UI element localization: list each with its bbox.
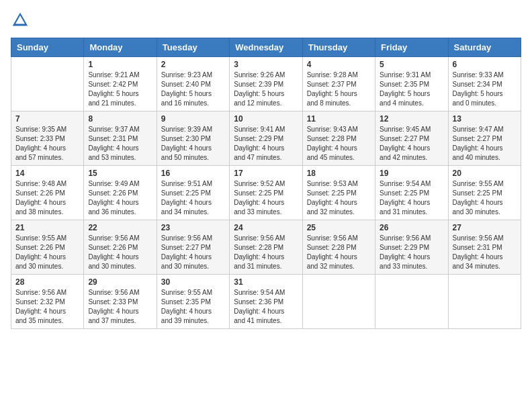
weekday-header-monday: Monday — [84, 38, 157, 57]
week-row-1: 1Sunrise: 9:21 AM Sunset: 2:42 PM Daylig… — [11, 57, 521, 111]
day-cell: 29Sunrise: 9:56 AM Sunset: 2:33 PM Dayli… — [84, 275, 157, 329]
day-cell: 20Sunrise: 9:55 AM Sunset: 2:25 PM Dayli… — [448, 166, 521, 220]
weekday-header-friday: Friday — [375, 38, 448, 57]
week-row-3: 14Sunrise: 9:48 AM Sunset: 2:26 PM Dayli… — [11, 166, 521, 220]
day-info: Sunrise: 9:55 AM Sunset: 2:26 PM Dayligh… — [15, 234, 79, 271]
day-cell: 14Sunrise: 9:48 AM Sunset: 2:26 PM Dayli… — [11, 166, 84, 220]
weekday-header-tuesday: Tuesday — [157, 38, 229, 57]
day-info: Sunrise: 9:31 AM Sunset: 2:35 PM Dayligh… — [380, 71, 443, 108]
day-number: 3 — [234, 60, 298, 69]
day-number: 24 — [234, 223, 298, 232]
day-info: Sunrise: 9:56 AM Sunset: 2:27 PM Dayligh… — [161, 234, 225, 271]
day-number: 28 — [15, 277, 79, 287]
day-cell: 1Sunrise: 9:21 AM Sunset: 2:42 PM Daylig… — [84, 57, 157, 111]
day-cell: 8Sunrise: 9:37 AM Sunset: 2:31 PM Daylig… — [84, 111, 157, 166]
day-number: 8 — [88, 114, 152, 124]
day-info: Sunrise: 9:26 AM Sunset: 2:39 PM Dayligh… — [234, 71, 298, 108]
day-cell: 9Sunrise: 9:39 AM Sunset: 2:30 PM Daylig… — [157, 111, 229, 166]
day-cell: 18Sunrise: 9:53 AM Sunset: 2:25 PM Dayli… — [302, 166, 375, 220]
day-cell: 25Sunrise: 9:56 AM Sunset: 2:28 PM Dayli… — [302, 220, 375, 275]
day-number: 21 — [15, 223, 79, 232]
day-info: Sunrise: 9:52 AM Sunset: 2:25 PM Dayligh… — [234, 179, 298, 217]
day-number: 13 — [453, 114, 517, 124]
day-info: Sunrise: 9:37 AM Sunset: 2:31 PM Dayligh… — [88, 125, 152, 163]
day-number: 16 — [161, 169, 225, 178]
day-info: Sunrise: 9:41 AM Sunset: 2:29 PM Dayligh… — [234, 125, 298, 163]
day-info: Sunrise: 9:56 AM Sunset: 2:33 PM Dayligh… — [88, 288, 152, 326]
day-info: Sunrise: 9:56 AM Sunset: 2:31 PM Dayligh… — [453, 234, 517, 271]
day-cell: 15Sunrise: 9:49 AM Sunset: 2:26 PM Dayli… — [84, 166, 157, 220]
week-row-2: 7Sunrise: 9:35 AM Sunset: 2:33 PM Daylig… — [11, 111, 521, 166]
day-cell: 28Sunrise: 9:56 AM Sunset: 2:32 PM Dayli… — [11, 275, 84, 329]
week-row-4: 21Sunrise: 9:55 AM Sunset: 2:26 PM Dayli… — [11, 220, 521, 275]
day-info: Sunrise: 9:28 AM Sunset: 2:37 PM Dayligh… — [307, 71, 371, 108]
day-info: Sunrise: 9:47 AM Sunset: 2:27 PM Dayligh… — [453, 125, 517, 163]
day-number: 7 — [15, 114, 79, 124]
day-number: 23 — [161, 223, 225, 232]
day-cell: 6Sunrise: 9:33 AM Sunset: 2:34 PM Daylig… — [448, 57, 521, 111]
day-cell: 11Sunrise: 9:43 AM Sunset: 2:28 PM Dayli… — [302, 111, 375, 166]
day-cell: 24Sunrise: 9:56 AM Sunset: 2:28 PM Dayli… — [230, 220, 302, 275]
day-cell — [375, 275, 448, 329]
day-info: Sunrise: 9:54 AM Sunset: 2:25 PM Dayligh… — [380, 179, 443, 217]
day-info: Sunrise: 9:55 AM Sunset: 2:35 PM Dayligh… — [161, 288, 225, 326]
weekday-header-sunday: Sunday — [11, 38, 84, 57]
day-info: Sunrise: 9:56 AM Sunset: 2:32 PM Dayligh… — [15, 288, 79, 326]
day-info: Sunrise: 9:53 AM Sunset: 2:25 PM Dayligh… — [307, 179, 371, 217]
week-row-5: 28Sunrise: 9:56 AM Sunset: 2:32 PM Dayli… — [11, 275, 521, 329]
day-cell: 16Sunrise: 9:51 AM Sunset: 2:25 PM Dayli… — [157, 166, 229, 220]
day-cell: 13Sunrise: 9:47 AM Sunset: 2:27 PM Dayli… — [448, 111, 521, 166]
day-cell: 31Sunrise: 9:54 AM Sunset: 2:36 PM Dayli… — [230, 275, 302, 329]
day-info: Sunrise: 9:49 AM Sunset: 2:26 PM Dayligh… — [88, 179, 152, 217]
day-cell: 3Sunrise: 9:26 AM Sunset: 2:39 PM Daylig… — [230, 57, 302, 111]
day-info: Sunrise: 9:21 AM Sunset: 2:42 PM Dayligh… — [88, 71, 152, 108]
day-number: 17 — [234, 169, 298, 178]
day-info: Sunrise: 9:35 AM Sunset: 2:33 PM Dayligh… — [15, 125, 79, 163]
day-info: Sunrise: 9:45 AM Sunset: 2:27 PM Dayligh… — [380, 125, 443, 163]
day-number: 11 — [307, 114, 371, 124]
day-cell — [448, 275, 521, 329]
day-number: 31 — [234, 277, 298, 287]
day-number: 26 — [380, 223, 443, 232]
day-number: 14 — [15, 169, 79, 178]
weekday-header-thursday: Thursday — [302, 38, 375, 57]
day-cell: 5Sunrise: 9:31 AM Sunset: 2:35 PM Daylig… — [375, 57, 448, 111]
day-number: 4 — [307, 60, 371, 69]
day-number: 19 — [380, 169, 443, 178]
day-number: 1 — [88, 60, 152, 69]
day-cell — [302, 275, 375, 329]
day-number: 22 — [88, 223, 152, 232]
day-number: 20 — [453, 169, 517, 178]
day-cell: 21Sunrise: 9:55 AM Sunset: 2:26 PM Dayli… — [11, 220, 84, 275]
logo — [11, 11, 32, 30]
day-info: Sunrise: 9:56 AM Sunset: 2:29 PM Dayligh… — [380, 234, 443, 271]
day-cell: 7Sunrise: 9:35 AM Sunset: 2:33 PM Daylig… — [11, 111, 84, 166]
day-number: 15 — [88, 169, 152, 178]
day-info: Sunrise: 9:23 AM Sunset: 2:40 PM Dayligh… — [161, 71, 225, 108]
day-info: Sunrise: 9:39 AM Sunset: 2:30 PM Dayligh… — [161, 125, 225, 163]
weekday-header-saturday: Saturday — [448, 38, 521, 57]
day-cell: 27Sunrise: 9:56 AM Sunset: 2:31 PM Dayli… — [448, 220, 521, 275]
day-number: 9 — [161, 114, 225, 124]
day-number: 10 — [234, 114, 298, 124]
header — [11, 11, 521, 30]
day-number: 29 — [88, 277, 152, 287]
day-number: 30 — [161, 277, 225, 287]
day-info: Sunrise: 9:56 AM Sunset: 2:28 PM Dayligh… — [234, 234, 298, 271]
day-cell: 30Sunrise: 9:55 AM Sunset: 2:35 PM Dayli… — [157, 275, 229, 329]
weekday-header-wednesday: Wednesday — [230, 38, 302, 57]
day-number: 6 — [453, 60, 517, 69]
day-info: Sunrise: 9:55 AM Sunset: 2:25 PM Dayligh… — [453, 179, 517, 217]
day-info: Sunrise: 9:56 AM Sunset: 2:26 PM Dayligh… — [88, 234, 152, 271]
day-number: 12 — [380, 114, 443, 124]
day-cell: 26Sunrise: 9:56 AM Sunset: 2:29 PM Dayli… — [375, 220, 448, 275]
day-cell: 17Sunrise: 9:52 AM Sunset: 2:25 PM Dayli… — [230, 166, 302, 220]
day-cell: 19Sunrise: 9:54 AM Sunset: 2:25 PM Dayli… — [375, 166, 448, 220]
day-number: 18 — [307, 169, 371, 178]
day-number: 2 — [161, 60, 225, 69]
day-cell: 10Sunrise: 9:41 AM Sunset: 2:29 PM Dayli… — [230, 111, 302, 166]
day-number: 25 — [307, 223, 371, 232]
day-info: Sunrise: 9:54 AM Sunset: 2:36 PM Dayligh… — [234, 288, 298, 326]
day-number: 27 — [453, 223, 517, 232]
day-cell: 2Sunrise: 9:23 AM Sunset: 2:40 PM Daylig… — [157, 57, 229, 111]
